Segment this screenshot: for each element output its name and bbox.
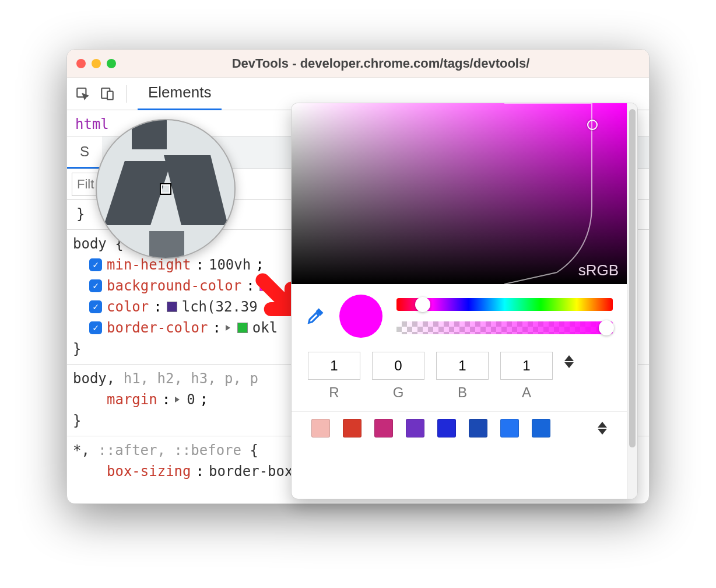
palette-swatch[interactable] [343, 419, 361, 438]
checkbox-icon[interactable]: ✓ [89, 279, 102, 292]
chevron-down-icon [598, 429, 607, 435]
chevron-up-icon [598, 422, 607, 428]
expand-icon[interactable] [226, 325, 230, 331]
color-gradient[interactable]: sRGB [292, 103, 627, 284]
minimize-window-button[interactable] [92, 59, 101, 68]
current-color-swatch [339, 295, 382, 338]
divider [127, 85, 127, 103]
format-switcher[interactable] [564, 355, 574, 368]
window-title: DevTools - developer.chrome.com/tags/dev… [122, 56, 640, 71]
palette-switcher[interactable] [598, 422, 607, 435]
gradient-dragger[interactable] [587, 120, 598, 130]
a-input[interactable] [500, 352, 553, 380]
checkbox-icon[interactable]: ✓ [89, 258, 102, 271]
zoom-window-button[interactable] [107, 59, 116, 68]
color-swatch-icon[interactable] [167, 302, 177, 312]
palette-swatch[interactable] [374, 419, 393, 438]
chevron-down-icon [564, 362, 574, 368]
alpha-slider[interactable] [396, 321, 613, 334]
gamut-label: sRGB [578, 261, 619, 279]
subtab-styles[interactable]: S [67, 136, 102, 169]
svg-rect-2 [107, 91, 113, 99]
hue-slider[interactable] [396, 298, 613, 311]
hue-knob[interactable] [415, 297, 430, 312]
eyedropper-magnifier[interactable] [96, 119, 236, 259]
breadcrumb-html: html [75, 116, 109, 132]
checkbox-icon[interactable]: ✓ [89, 321, 102, 334]
magnifier-center-pixel [161, 184, 170, 194]
palette-swatch[interactable] [500, 419, 519, 438]
expand-icon[interactable] [175, 397, 180, 402]
close-window-button[interactable] [76, 59, 86, 68]
traffic-lights [76, 59, 116, 68]
titlebar: DevTools - developer.chrome.com/tags/dev… [67, 50, 649, 78]
tab-elements[interactable]: Elements [138, 78, 222, 110]
alpha-knob[interactable] [599, 320, 614, 335]
picker-controls [292, 284, 627, 344]
color-picker: sRGB R [291, 103, 638, 499]
device-toolbar-icon[interactable] [99, 85, 116, 103]
r-input[interactable] [308, 352, 360, 380]
a-label: A [522, 384, 531, 401]
inspect-element-icon[interactable] [74, 85, 92, 103]
palette-swatch[interactable] [406, 419, 424, 438]
palette-swatch[interactable] [311, 419, 330, 438]
eyedropper-icon[interactable] [306, 306, 325, 326]
scrollbar-thumb[interactable] [629, 109, 636, 447]
palette-swatch[interactable] [469, 419, 487, 438]
g-input[interactable] [372, 352, 424, 380]
r-label: R [329, 384, 339, 401]
checkbox-icon[interactable]: ✓ [89, 300, 102, 313]
picker-scrollbar[interactable] [627, 103, 637, 499]
chevron-up-icon [564, 355, 574, 361]
palette-row [292, 411, 627, 448]
palette-swatch[interactable] [532, 419, 550, 438]
b-input[interactable] [436, 352, 489, 380]
color-swatch-icon[interactable] [237, 323, 248, 333]
color-inputs: R G B A [292, 344, 627, 411]
b-label: B [458, 384, 467, 401]
g-label: G [393, 384, 404, 401]
palette-swatch[interactable] [437, 419, 456, 438]
